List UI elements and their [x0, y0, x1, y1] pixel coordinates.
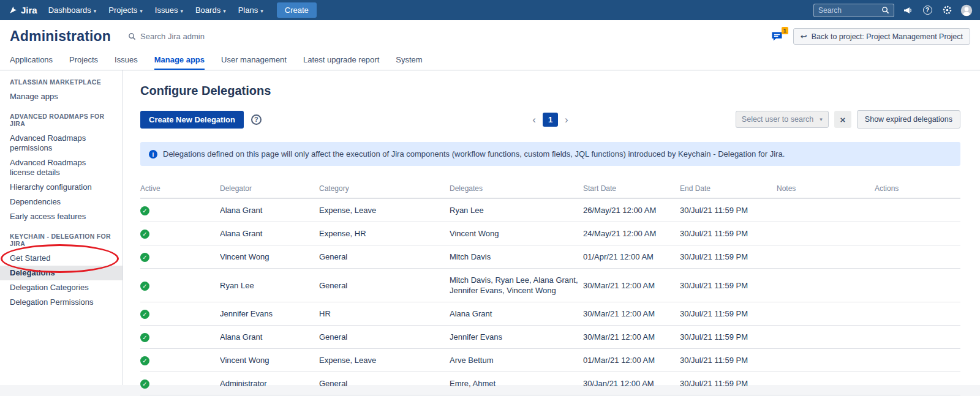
table-row: ✓Alana GrantExpense, HRVincent Wong24/Ma… — [140, 222, 960, 245]
table-row: ✓Vincent WongExpense, LeaveArve Bettum01… — [140, 349, 960, 372]
topnav-item-plans[interactable]: Plans▾ — [232, 0, 270, 20]
sidebar-item-delegations[interactable]: Delegations — [0, 266, 123, 280]
cell-delegator: Vincent Wong — [220, 349, 319, 372]
info-banner-text: Delegations defined on this page will on… — [163, 149, 785, 159]
chevron-down-icon: ▾ — [140, 8, 143, 14]
table-header-row: ActiveDelegatorCategoryDelegatesStart Da… — [140, 181, 960, 198]
sidebar-section-title-atlassian-marketplace: ATLASSIAN MARKETPLACE — [10, 78, 113, 86]
topnav-item-projects[interactable]: Projects▾ — [102, 0, 149, 20]
cell-active: ✓ — [140, 222, 220, 245]
topnav-item-dashboards[interactable]: Dashboards▾ — [42, 0, 103, 20]
announcement-icon[interactable] — [902, 4, 914, 17]
cell-active: ✓ — [140, 269, 220, 302]
cell-start: 30/Jan/21 12:00 AM — [583, 372, 680, 395]
sidebar-item-dependencies[interactable]: Dependencies — [0, 195, 123, 209]
cell-start: 26/May/21 12:00 AM — [583, 198, 680, 222]
active-check-icon: ✓ — [140, 230, 149, 239]
sidebar-item-early-access-features[interactable]: Early access features — [0, 209, 123, 224]
column-header-category: Category — [319, 181, 450, 198]
tab-manage-apps[interactable]: Manage apps — [154, 50, 205, 70]
topnav-item-boards[interactable]: Boards▾ — [189, 0, 232, 20]
sidebar-item-advanced-roadmaps-license-details[interactable]: Advanced Roadmaps license details — [0, 155, 123, 180]
cell-start: 24/May/21 12:00 AM — [583, 222, 680, 245]
cell-notes — [777, 372, 875, 395]
topnav-menu: Dashboards▾Projects▾Issues▾Boards▾Plans▾ — [42, 0, 270, 20]
cell-delegates: Jennifer Evans — [450, 326, 583, 349]
sidebar-item-advanced-roadmaps-permissions[interactable]: Advanced Roadmaps permissions — [0, 131, 123, 155]
chevron-down-icon: ▾ — [180, 8, 183, 14]
return-arrow-icon: ↩ — [801, 32, 807, 41]
table-row: ✓Vincent WongGeneralMitch Davis01/Apr/21… — [140, 245, 960, 269]
cell-start: 30/Mar/21 12:00 AM — [583, 302, 680, 326]
cell-category: General — [319, 245, 450, 269]
cell-category: Expense, HR — [319, 222, 450, 245]
sidebar-item-manage-apps[interactable]: Manage apps — [0, 89, 123, 104]
tab-latest-upgrade-report[interactable]: Latest upgrade report — [303, 50, 379, 70]
tab-projects[interactable]: Projects — [69, 50, 98, 70]
admin-search[interactable] — [128, 32, 281, 41]
active-check-icon: ✓ — [140, 282, 149, 291]
cell-start: 01/Apr/21 12:00 AM — [583, 245, 680, 269]
back-to-project-button[interactable]: ↩ Back to project: Project Management Pr… — [793, 28, 970, 45]
cell-delegates: Mitch Davis, Ryan Lee, Alana Grant, Jenn… — [450, 269, 583, 302]
topnav-item-issues[interactable]: Issues▾ — [149, 0, 189, 20]
cell-category: General — [319, 269, 450, 302]
cell-delegates: Mitch Davis — [450, 245, 583, 269]
user-search-select[interactable]: Select user to search ▾ — [736, 111, 829, 128]
cell-actions — [875, 302, 960, 326]
cell-notes — [777, 245, 875, 269]
column-header-notes: Notes — [777, 181, 875, 198]
sidebar-item-delegation-permissions[interactable]: Delegation Permissions — [0, 295, 123, 310]
cell-delegates: Alana Grant — [450, 302, 583, 326]
sidebar-item-hierarchy-configuration[interactable]: Hierarchy configuration — [0, 180, 123, 195]
global-search[interactable] — [813, 4, 894, 17]
toolbar: Create New Delegation ? ‹ 1 › Select use… — [140, 110, 960, 129]
tab-issues[interactable]: Issues — [115, 50, 138, 70]
content-area: ATLASSIAN MARKETPLACEManage appsADVANCED… — [0, 70, 980, 385]
table-row: ✓AdministratorGeneralEmre, Ahmet30/Jan/2… — [140, 372, 960, 395]
admin-header: Administration 1 ↩ Back to project: Proj… — [0, 20, 980, 50]
create-issue-button[interactable]: Create — [277, 2, 317, 18]
clear-filter-button[interactable]: × — [834, 111, 851, 128]
cell-category: General — [319, 372, 450, 395]
show-expired-delegations-button[interactable]: Show expired delegations — [857, 110, 960, 129]
notification-icon[interactable]: 1 — [771, 31, 783, 42]
global-search-input[interactable] — [818, 6, 881, 15]
cell-end: 30/Jul/21 11:59 PM — [680, 349, 777, 372]
cell-category: HR — [319, 302, 450, 326]
cell-start: 30/Mar/21 12:00 AM — [583, 326, 680, 349]
cell-actions — [875, 349, 960, 372]
help-icon[interactable]: ? — [921, 4, 933, 17]
cell-notes — [777, 349, 875, 372]
cell-actions — [875, 198, 960, 222]
cell-active: ✓ — [140, 302, 220, 326]
cell-end: 30/Jul/21 11:59 PM — [680, 245, 777, 269]
cell-end: 30/Jul/21 11:59 PM — [680, 198, 777, 222]
user-avatar[interactable] — [960, 4, 973, 17]
admin-tab-bar: ApplicationsProjectsIssuesManage appsUse… — [0, 50, 980, 70]
pagination-current-page[interactable]: 1 — [543, 113, 558, 127]
settings-gear-icon[interactable] — [941, 4, 953, 17]
pagination-prev-icon[interactable]: ‹ — [532, 114, 536, 125]
topnav-item-label: Projects — [108, 6, 137, 15]
cell-delegates: Arve Bettum — [450, 349, 583, 372]
jira-logo[interactable]: Jira — [7, 5, 42, 15]
cell-actions — [875, 326, 960, 349]
table-row: ✓Jennifer EvansHRAlana Grant30/Mar/21 12… — [140, 302, 960, 326]
sidebar-item-delegation-categories[interactable]: Delegation Categories — [0, 280, 123, 295]
admin-search-input[interactable] — [140, 32, 281, 41]
sidebar-section-title-keychain-delegation-for-jira: KEYCHAIN - DELEGATION FOR JIRA — [10, 233, 113, 247]
notification-badge: 1 — [782, 27, 788, 34]
cell-end: 30/Jul/21 11:59 PM — [680, 269, 777, 302]
tab-system[interactable]: System — [396, 50, 422, 70]
column-header-end-date: End Date — [680, 181, 777, 198]
tab-user-management[interactable]: User management — [221, 50, 287, 70]
search-icon — [128, 32, 136, 40]
create-new-delegation-button[interactable]: Create New Delegation — [140, 111, 244, 129]
column-header-delegates: Delegates — [450, 181, 583, 198]
help-icon[interactable]: ? — [251, 114, 262, 125]
topnav-item-label: Dashboards — [48, 6, 91, 15]
tab-applications[interactable]: Applications — [10, 50, 53, 70]
sidebar-item-get-started[interactable]: Get Started — [0, 251, 123, 266]
sidebar-section-title-advanced-roadmaps-for-jira: ADVANCED ROADMAPS FOR JIRA — [10, 113, 113, 127]
